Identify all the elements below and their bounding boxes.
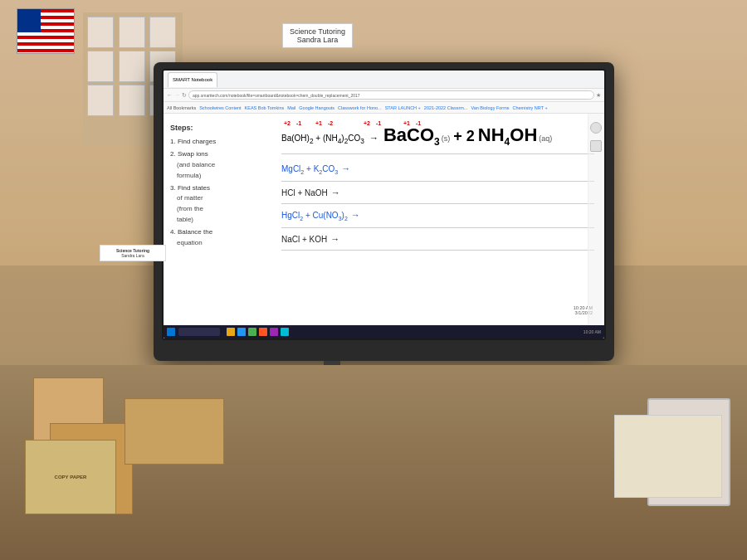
taskbar-app-3[interactable] — [248, 328, 256, 336]
problem-3-row: HgCl2 + Cu(NO3)2 → — [281, 204, 594, 228]
tutoring-note-lower: Science Tutoring Sandra Lara — [100, 245, 166, 261]
step-3: 3. Find states of matter (from the table… — [170, 183, 265, 226]
charge-co3: -2 — [325, 120, 336, 126]
taskbar-clock: 10:20 AM — [583, 329, 601, 334]
back-icon[interactable]: ← — [167, 92, 173, 98]
copy-paper-box: COPY PAPER — [25, 440, 116, 514]
box-3 — [124, 398, 224, 465]
charge-annotation-row: +2 -1 +1 -2 +2 -1 +1 -1 — [281, 120, 594, 126]
taskbar-app-6[interactable] — [281, 328, 289, 336]
tv-screen: SMART Notebook ← → ↻ app.smarttech.com/n… — [164, 71, 604, 338]
bookmark-classwork[interactable]: Classwork for Hono... — [338, 105, 382, 110]
taskbar-app-5[interactable] — [270, 328, 278, 336]
charge-oh: -1 — [293, 120, 305, 126]
url-bar[interactable]: app.smarttech.com/notebook/file=smartboa… — [188, 90, 594, 100]
browser-tab[interactable]: SMART Notebook — [168, 72, 217, 87]
product-plus: + 2 — [453, 128, 475, 145]
bookmark-mail[interactable]: Mail — [287, 105, 295, 110]
taskbar-app-1[interactable] — [227, 328, 235, 336]
taskbar-search[interactable] — [178, 328, 220, 336]
sidebar-icon-2[interactable] — [590, 140, 602, 152]
smartboard-tv: SMART Notebook ← → ↻ app.smarttech.com/n… — [154, 62, 614, 361]
bulletin-item — [87, 17, 114, 48]
problem-1-row: MgCl2 + K2CO3 → — [281, 158, 594, 182]
charge-baco3-minus: -1 — [373, 120, 384, 126]
american-flag — [17, 8, 75, 54]
bookmark-schoolwires[interactable]: Schoolwires Content — [199, 105, 241, 110]
problem-3-formula: HgCl2 + Cu(NO3)2 — [281, 211, 348, 222]
bulletin-item — [87, 85, 114, 116]
main-arrow: → — [369, 133, 378, 143]
science-tutoring-sign: Science Tutoring Sandra Lara — [282, 23, 353, 48]
browser-chrome: SMART Notebook — [164, 71, 604, 89]
divider-top — [281, 153, 594, 154]
bookmark-keas[interactable]: KEAS Bob Tomkins — [245, 105, 285, 110]
browser-toolbar: ← → ↻ app.smarttech.com/notebook/file=sm… — [164, 89, 604, 102]
tv-bezel: SMART Notebook ← → ↻ app.smarttech.com/n… — [162, 69, 606, 340]
windows-taskbar: 10:20 AM — [164, 325, 604, 338]
bookmark-hangouts[interactable]: Google Hangouts — [299, 105, 334, 110]
forward-icon[interactable]: → — [174, 92, 180, 98]
reactant-ba: Ba(OH)2 + (NH4)2CO3 — [281, 134, 364, 145]
taskbar-app-2[interactable] — [237, 328, 246, 336]
bulletin-item — [119, 85, 145, 116]
step-2: 2. Swap ions (and balance formula) — [170, 149, 265, 181]
bookmark-all[interactable]: All Bookmarks — [167, 105, 196, 110]
steps-title: Steps: — [170, 122, 265, 134]
bookmark-icon[interactable]: ★ — [596, 92, 601, 99]
windows-start-icon[interactable] — [167, 328, 175, 336]
problem-4-arrow: → — [330, 234, 339, 244]
bulletin-item — [87, 51, 114, 82]
slide-content: Steps: 1. Find charges 2. Swap ions (and… — [164, 114, 604, 338]
bookmark-chem[interactable]: Chemistry NRT + — [513, 105, 548, 110]
practice-problems: MgCl2 + K2CO3 → HCl + NaOH → — [281, 158, 594, 251]
bulletin-item — [119, 51, 145, 82]
main-equation-formula: Ba(OH)2 + (NH4)2CO3 → BaCO3 (s) + 2 NH4O… — [281, 126, 594, 147]
taskbar-apps — [227, 328, 289, 336]
charge-ba: +2 — [281, 120, 293, 126]
problem-4-formula: NaCl + KOH — [281, 235, 327, 244]
product-nh4oh-state: (aq) — [539, 134, 552, 143]
bookmark-classroom[interactable]: 2021-2022 Classrm... — [424, 105, 468, 110]
room-background: Science Tutoring Sandra Lara SMART Noteb… — [0, 0, 747, 560]
problem-1-arrow: → — [341, 163, 350, 173]
bookmark-star[interactable]: STAR LAUNCH + — [385, 105, 421, 110]
step-4: 4. Balance the equation — [170, 227, 265, 249]
browser-tab-label: SMART Notebook — [173, 77, 212, 82]
charge-nh4: +1 — [313, 120, 325, 126]
problem-1-formula: MgCl2 + K2CO3 — [281, 164, 338, 175]
sidebar-icon-1[interactable] — [590, 122, 602, 134]
bookmark-biology[interactable]: Van Biology Forms — [471, 105, 509, 110]
sidebar-icons — [588, 114, 603, 338]
taskbar-app-4[interactable] — [259, 328, 267, 336]
url-text: app.smarttech.com/notebook/file=smartboa… — [193, 93, 360, 98]
step-1: 1. Find charges — [170, 137, 265, 148]
problem-4-row: NaCl + KOH → — [281, 228, 594, 251]
product-baco3: BaCO3 — [383, 126, 440, 147]
charge-baco3-plus: +2 — [361, 120, 373, 126]
bulletin-item — [149, 17, 176, 48]
steps-panel: Steps: 1. Find charges 2. Swap ions (and… — [164, 114, 271, 338]
product-baco3-state: (s) — [442, 134, 451, 143]
main-equation-section: +2 -1 +1 -2 +2 -1 +1 -1 — [281, 120, 594, 147]
problem-2-row: HCl + NaOH → — [281, 182, 594, 204]
problem-2-formula: HCl + NaOH — [281, 188, 328, 197]
problem-2-arrow: → — [331, 187, 340, 197]
product-nh4oh: NH4OH — [478, 126, 537, 147]
chemistry-panel: +2 -1 +1 -2 +2 -1 +1 -1 — [271, 114, 604, 338]
desk-right — [614, 415, 722, 498]
bulletin-item — [119, 17, 145, 48]
bookmarks-bar: All Bookmarks Schoolwires Content KEAS B… — [164, 102, 604, 114]
problem-3-arrow: → — [351, 210, 360, 220]
refresh-icon[interactable]: ↻ — [182, 92, 187, 99]
